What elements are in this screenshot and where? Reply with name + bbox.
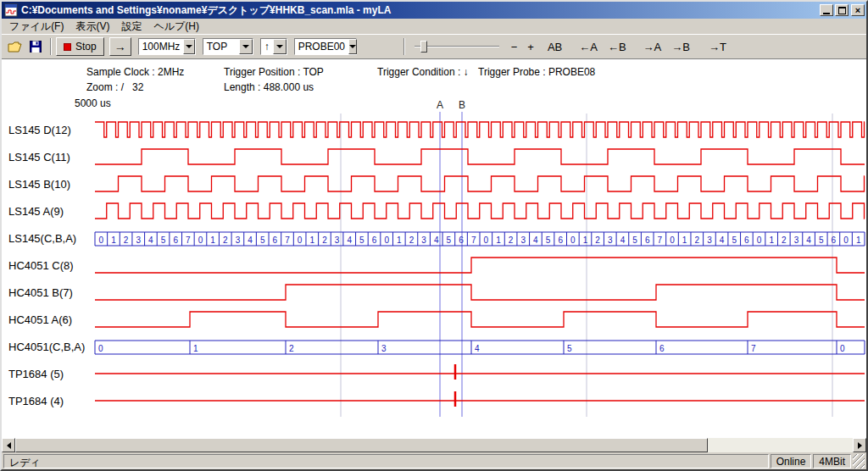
bus-value: 7	[285, 236, 290, 245]
bus-value: 0	[670, 236, 675, 245]
goto-trigger-button[interactable]: →T	[705, 39, 730, 55]
time-scale-label: 5000 us	[75, 97, 111, 109]
trigger-position-info: Trigger Position : TOP	[224, 66, 324, 78]
menu-help[interactable]: ヘルプ(H)	[147, 19, 205, 35]
bus-value: 5	[819, 236, 824, 245]
titlebar[interactable]: C:¥Documents and Settings¥noname¥デスクトップ¥…	[2, 2, 866, 19]
bus-value: 2	[509, 236, 514, 245]
waveform-trace	[95, 312, 865, 327]
sample-clock-info: Sample Clock : 2MHz	[86, 66, 184, 78]
scroll-right-button[interactable]	[853, 438, 866, 452]
trigger-position-select[interactable]: TOP	[203, 38, 253, 55]
bus-value: 3	[520, 236, 526, 245]
bus-value: 0	[570, 236, 576, 245]
length-info: Length : 488.000 us	[224, 81, 314, 93]
bus-value: 4	[148, 236, 153, 245]
run-button[interactable]: →	[109, 37, 131, 56]
chevron-down-icon	[183, 39, 194, 54]
bus-value: 3	[136, 236, 141, 245]
scroll-left-button[interactable]	[2, 438, 15, 452]
bus-value: 1	[682, 236, 687, 245]
trigger-probe-select[interactable]: PROBE00	[294, 38, 357, 55]
bus-value: 1	[210, 236, 215, 245]
waveform-plot[interactable]: 5000 usABLS145 D(12)LS145 C(11)LS145 B(1…	[2, 97, 868, 431]
bus-value: 6	[832, 236, 837, 245]
sample-clock-value: 100MHz	[139, 39, 184, 54]
bus-value: 6	[459, 236, 464, 245]
bus-value: 6	[645, 236, 650, 245]
bus-value: 0	[298, 236, 303, 245]
zoom-slider[interactable]	[415, 39, 499, 54]
save-file-button[interactable]	[25, 37, 46, 56]
bus-value: 5	[359, 236, 364, 245]
zoom-out-button[interactable]: −	[508, 39, 521, 55]
app-icon	[4, 3, 18, 17]
trigger-position-value: TOP	[203, 39, 231, 54]
toolbar: Stop → 100MHz TOP ↑ PROBE00 − + AB ←A ←B…	[2, 34, 866, 58]
waveform-trace	[95, 122, 865, 137]
waveform-area: Sample Clock : 2MHz Trigger Position : T…	[2, 58, 866, 438]
bus-value: 2	[223, 236, 228, 245]
goto-marker-a-right-button[interactable]: →A	[640, 39, 665, 55]
open-file-button[interactable]	[5, 37, 25, 56]
bus-value: 5	[546, 236, 551, 245]
bus-value: 0	[198, 236, 203, 245]
slider-thumb[interactable]	[420, 41, 427, 53]
goto-marker-b-right-button[interactable]: →B	[668, 39, 693, 55]
bus-value: 2	[409, 236, 415, 245]
channel-label: LS145(C,B,A)	[8, 232, 76, 245]
waveform-trace	[95, 203, 865, 219]
bus-value: 6	[173, 236, 178, 245]
bus-value: 6	[659, 344, 665, 353]
bus-value: 2	[695, 236, 700, 245]
bus-value: 1	[856, 236, 861, 245]
bus-value: 4	[620, 236, 626, 245]
stop-label: Stop	[75, 41, 97, 53]
maximize-button[interactable]	[835, 4, 849, 16]
menu-settings[interactable]: 設定	[115, 19, 147, 35]
bus-value: 7	[658, 236, 663, 245]
trigger-edge-select[interactable]: ↑	[260, 38, 287, 55]
bus-value: 0	[384, 236, 389, 245]
channel-label: LS145 A(9)	[8, 205, 64, 218]
bus-value: 3	[335, 236, 340, 245]
channel-label: TP1684 (5)	[8, 368, 64, 380]
bus-value: 3	[794, 236, 799, 245]
menu-file[interactable]: ファイル(F)	[3, 19, 70, 35]
bus-value: 2	[322, 236, 327, 245]
bus-value: 3	[421, 236, 426, 245]
bus-value: 2	[124, 236, 129, 245]
toolbar-separator	[403, 38, 405, 55]
sample-clock-select[interactable]: 100MHz	[138, 38, 196, 55]
chevron-down-icon	[348, 39, 357, 54]
horizontal-scrollbar[interactable]	[2, 438, 866, 452]
zoom-in-button[interactable]: +	[524, 39, 537, 55]
minimize-button[interactable]	[820, 4, 833, 16]
resize-grip[interactable]	[853, 454, 865, 468]
bus-value: 2	[595, 236, 600, 245]
menu-view[interactable]: 表示(V)	[70, 19, 115, 35]
bus-value: 0	[840, 344, 845, 353]
bus-value: 0	[484, 236, 489, 245]
ab-markers-button[interactable]: AB	[544, 39, 565, 55]
bus-value: 0	[757, 236, 762, 245]
scrollbar-thumb[interactable]	[15, 438, 708, 452]
slider-track	[415, 46, 499, 47]
status-memory: 4MBit	[813, 454, 851, 468]
goto-marker-b-left-button[interactable]: ←B	[604, 39, 630, 55]
open-folder-icon	[8, 41, 23, 53]
close-button[interactable]: ×	[851, 4, 865, 16]
goto-marker-a-left-button[interactable]: ←A	[576, 39, 601, 55]
bus-value: 4	[347, 236, 352, 245]
trigger-probe-value: PROBE00	[295, 39, 348, 54]
waveform-trace	[95, 176, 865, 191]
bus-value: 1	[111, 236, 116, 245]
bus-value: 1	[769, 236, 774, 245]
toolbar-separator	[50, 38, 52, 55]
bus-value: 6	[372, 236, 377, 245]
stop-button[interactable]: Stop	[56, 37, 104, 56]
close-icon: ×	[855, 6, 860, 15]
bus-value: 5	[632, 236, 637, 245]
menubar: ファイル(F) 表示(V) 設定 ヘルプ(H)	[2, 19, 866, 34]
bus-value: 5	[732, 236, 737, 245]
